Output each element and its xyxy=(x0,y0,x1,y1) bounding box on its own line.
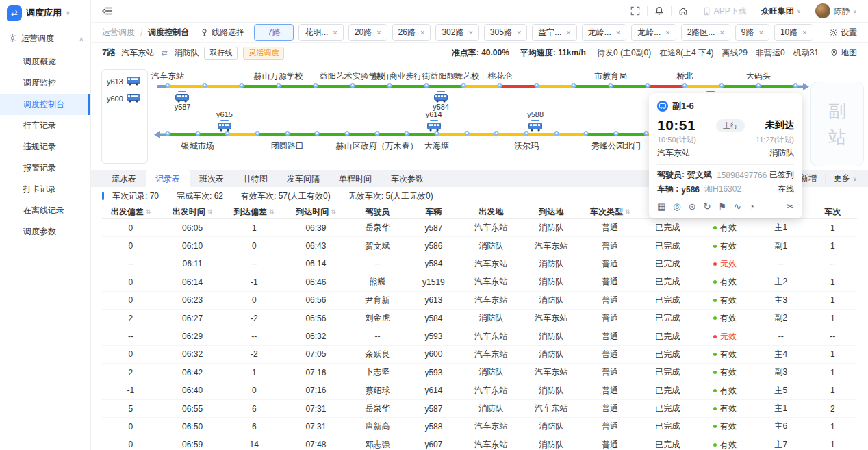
sidebar-item[interactable]: 报警记录 xyxy=(0,158,90,179)
tab-甘特图[interactable]: 甘特图 xyxy=(233,170,277,187)
idle-vehicle[interactable]: y613 xyxy=(107,77,142,86)
station-dot[interactable] xyxy=(719,83,724,88)
station-dot[interactable] xyxy=(166,131,170,136)
flexible-dispatch-badge[interactable]: 灵活调度 xyxy=(243,47,284,60)
station-dot[interactable] xyxy=(609,83,613,88)
sidebar-item[interactable]: 违规记录 xyxy=(0,136,90,158)
table-row[interactable]: 006:14-106:46熊巍y1519汽车东站消防队普通已完成有效主21 xyxy=(102,273,857,291)
tab-发车间隔[interactable]: 发车间隔 xyxy=(277,170,329,187)
close-icon[interactable]: × xyxy=(420,29,424,36)
station-dot[interactable] xyxy=(646,83,650,88)
station-dot[interactable] xyxy=(239,83,244,88)
add-button[interactable]: 新增 xyxy=(800,173,817,184)
sidebar-item[interactable]: 在离线记录 xyxy=(0,200,90,221)
table-row[interactable]: --06:11--06:14--y584汽车东站消防队普通已完成无效---- xyxy=(102,255,857,273)
station-dot[interactable] xyxy=(313,83,318,88)
org-switcher[interactable]: 众旺集团 ∨ xyxy=(761,5,802,17)
table-row[interactable]: 006:32-207:05余跃良y600汽车东站消防队普通已完成有效主41 xyxy=(102,346,857,364)
table-row[interactable]: 006:50607:31唐新高y588汽车东站消防队普通已完成有效主61 xyxy=(102,418,857,436)
sort-icon[interactable]: ⇅ xyxy=(207,208,213,215)
home-icon[interactable] xyxy=(678,6,688,16)
line-chip[interactable]: 26路× xyxy=(392,24,431,41)
close-icon[interactable]: × xyxy=(333,29,337,36)
sort-icon[interactable]: ⇅ xyxy=(269,208,275,215)
table-row[interactable]: 006:05106:39岳泉华y587汽车东站消防队普通已完成有效主11 xyxy=(102,219,857,237)
line-chip[interactable]: 益宁...× xyxy=(532,24,576,41)
bus-marker[interactable]: y587 xyxy=(175,90,191,111)
sidebar-item[interactable]: 调度控制台 xyxy=(0,94,90,115)
board-icon[interactable]: ▦ xyxy=(657,201,665,212)
line-chip[interactable]: 龙岭...× xyxy=(582,24,626,41)
station-dot[interactable] xyxy=(464,131,469,136)
close-icon[interactable]: × xyxy=(759,29,763,36)
monitor-icon[interactable]: ◎ xyxy=(673,201,680,212)
tab-单程时间[interactable]: 单程时间 xyxy=(329,170,381,187)
station-dot[interactable] xyxy=(535,83,539,88)
station-dot[interactable] xyxy=(461,83,465,88)
station-dot[interactable] xyxy=(195,131,200,136)
station-dot[interactable] xyxy=(315,131,320,136)
more-button[interactable]: 更多 ∨ xyxy=(834,173,857,184)
breadcrumb-parent[interactable]: 运营调度 xyxy=(102,27,135,38)
sidebar-item[interactable]: 调度参数 xyxy=(0,221,90,242)
app-switcher[interactable]: ⇄ 调度应用 ∨ xyxy=(0,0,90,25)
station-dot[interactable] xyxy=(387,83,392,88)
close-icon[interactable]: × xyxy=(517,29,521,36)
station-dot[interactable] xyxy=(756,83,761,88)
line-chip[interactable]: 2路区...× xyxy=(681,24,730,41)
tab-流水表[interactable]: 流水表 xyxy=(102,170,146,187)
station-dot[interactable] xyxy=(225,131,230,136)
sidebar-item[interactable]: 打卡记录 xyxy=(0,179,90,200)
bus-marker[interactable]: y588 xyxy=(527,110,544,132)
line-chip[interactable]: 305路× xyxy=(484,24,527,41)
station-dot[interactable] xyxy=(405,131,409,136)
line-chip[interactable]: 10路× xyxy=(774,24,813,41)
station-dot[interactable] xyxy=(614,131,619,136)
sort-icon[interactable]: ⇅ xyxy=(146,208,151,215)
bus-marker[interactable]: y614 xyxy=(426,110,442,132)
sidebar-item[interactable]: 行车记录 xyxy=(0,115,90,136)
close-icon[interactable]: × xyxy=(566,29,570,36)
line-chip[interactable]: 花明...× xyxy=(298,24,343,41)
station-dot[interactable] xyxy=(524,131,529,136)
popup-tool[interactable]: ✂ xyxy=(787,201,794,212)
user-menu[interactable]: 陈静 ∨ xyxy=(815,3,857,18)
gauge-icon[interactable]: ◔ xyxy=(749,201,754,212)
station-dot[interactable] xyxy=(424,83,429,88)
table-row[interactable]: 506:55607:31岳泉华y587消防队汽车东站普通已完成有效主12 xyxy=(102,400,857,418)
close-icon[interactable]: × xyxy=(719,29,724,36)
sidebar-item[interactable]: 调度概览 xyxy=(0,51,90,73)
line-select-button[interactable]: 线路选择 xyxy=(200,27,244,38)
bidirectional-badge[interactable]: 双行线 xyxy=(204,47,238,60)
table-row[interactable]: -106:40007:16蔡绍球y614汽车东站消防队普通已完成有效主51 xyxy=(102,382,857,400)
sidebar-collapse-icon[interactable] xyxy=(102,5,113,16)
map-button[interactable]: 地图 xyxy=(830,47,857,59)
station-dot[interactable] xyxy=(166,83,170,88)
table-row[interactable]: 006:591407:48邓志强y607汽车东站消防队普通已完成有效主71 xyxy=(102,436,857,450)
station-dot[interactable] xyxy=(682,83,687,88)
line-chip[interactable]: 7路 xyxy=(254,24,294,41)
station-dot[interactable] xyxy=(350,83,355,88)
fullscreen-icon[interactable] xyxy=(630,6,640,16)
sort-icon[interactable]: ⇅ xyxy=(331,208,336,215)
close-icon[interactable]: × xyxy=(376,29,381,36)
close-icon[interactable]: × xyxy=(802,29,806,36)
station-dot[interactable] xyxy=(643,131,648,136)
close-icon[interactable]: × xyxy=(665,29,669,36)
station-dot[interactable] xyxy=(202,83,207,88)
refresh-icon[interactable]: ↻ xyxy=(704,201,711,212)
tab-记录表[interactable]: 记录表 xyxy=(146,170,190,187)
bell-icon[interactable] xyxy=(654,6,664,16)
station-dot[interactable] xyxy=(285,131,290,136)
settings-button[interactable]: 设置 xyxy=(829,27,857,38)
close-icon[interactable]: × xyxy=(616,29,620,36)
app-download-button[interactable]: APP下载 xyxy=(702,5,747,17)
station-dot[interactable] xyxy=(345,131,350,136)
sort-icon[interactable]: ⇅ xyxy=(625,208,630,215)
line-chip[interactable]: 9路× xyxy=(735,24,769,41)
table-row[interactable]: 006:23006:56尹育新y613汽车东站消防队普通已完成有效主31 xyxy=(102,292,857,310)
station-dot[interactable] xyxy=(255,131,260,136)
table-row[interactable]: 006:10006:43贺文斌y586消防队汽车东站普通已完成有效副11 xyxy=(102,237,857,255)
tab-班次表[interactable]: 班次表 xyxy=(190,170,233,187)
bus-marker[interactable]: y584 xyxy=(433,90,449,111)
